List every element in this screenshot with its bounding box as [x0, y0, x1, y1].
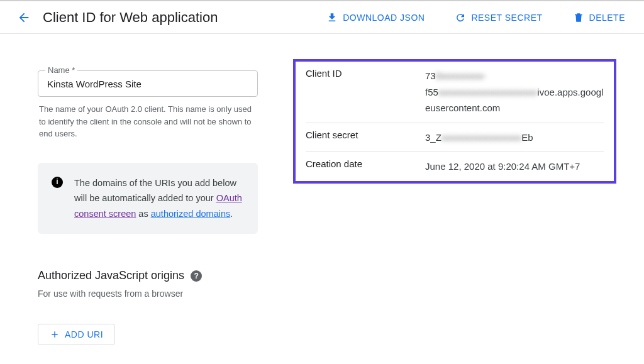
delete-label: DELETE — [589, 13, 625, 23]
client-id-obscured-1: 0xxxxxxxxx- — [436, 70, 487, 81]
download-json-label: DOWNLOAD JSON — [343, 13, 425, 23]
client-secret-label: Client secret — [306, 130, 425, 146]
name-helper-text: The name of your OAuth 2.0 client. This … — [38, 103, 258, 140]
info-text-prefix: The domains of the URIs you add below wi… — [74, 178, 236, 204]
client-id-obscured-2: xxxxxxxxxxxxxxxxxxxxx — [438, 87, 538, 97]
client-id-label: Client ID — [306, 68, 425, 116]
delete-button[interactable]: DELETE — [567, 8, 631, 27]
client-id-prefix: 73 — [425, 70, 436, 81]
client-secret-obscured: xxxxxxxxxxxxxxxxx — [441, 132, 522, 143]
info-text-suffix: . — [230, 209, 233, 219]
info-text-mid: as — [136, 209, 150, 219]
creation-date-row: Creation date June 12, 2020 at 9:20:24 A… — [306, 152, 604, 181]
back-button[interactable] — [13, 6, 35, 29]
js-origins-title: Authorized JavaScript origins — [38, 269, 184, 282]
name-field-label: Name * — [45, 65, 77, 75]
client-secret-suffix: Eb — [521, 132, 533, 143]
add-uri-button[interactable]: ADD URI — [38, 324, 115, 345]
content: Name * The name of your OAuth 2.0 client… — [0, 34, 644, 345]
client-id-value: 730xxxxxxxxx-f55xxxxxxxxxxxxxxxxxxxxxivo… — [425, 68, 604, 116]
client-secret-value: 3_ZxxxxxxxxxxxxxxxxxEb — [425, 130, 604, 146]
top-bar: Client ID for Web application DOWNLOAD J… — [0, 0, 644, 34]
credentials-panel: Client ID 730xxxxxxxxx-f55xxxxxxxxxxxxxx… — [293, 59, 616, 184]
page-title: Client ID for Web application — [43, 9, 320, 26]
reset-secret-button[interactable]: RESET SECRET — [448, 8, 548, 27]
right-column: Client ID 730xxxxxxxxx-f55xxxxxxxxxxxxxx… — [293, 59, 616, 345]
download-json-button[interactable]: DOWNLOAD JSON — [320, 8, 431, 27]
reset-secret-label: RESET SECRET — [471, 13, 542, 23]
client-id-row: Client ID 730xxxxxxxxx-f55xxxxxxxxxxxxxx… — [306, 62, 604, 123]
info-icon: i — [52, 177, 63, 188]
plus-icon — [50, 329, 60, 339]
info-box: i The domains of the URIs you add below … — [38, 163, 258, 234]
refresh-icon — [455, 12, 466, 23]
help-icon[interactable]: ? — [191, 270, 202, 282]
creation-date-value: June 12, 2020 at 9:20:24 AM GMT+7 — [425, 158, 604, 175]
download-icon — [326, 12, 338, 23]
client-secret-row: Client secret 3_ZxxxxxxxxxxxxxxxxxEb — [306, 123, 604, 153]
js-origins-section: Authorized JavaScript origins ? For use … — [38, 269, 258, 299]
add-uri-label: ADD URI — [65, 329, 103, 339]
top-actions: DOWNLOAD JSON RESET SECRET DELETE — [320, 8, 631, 27]
arrow-left-icon — [17, 11, 31, 25]
client-id-mid: f55 — [425, 87, 438, 97]
left-column: Name * The name of your OAuth 2.0 client… — [38, 59, 258, 345]
js-origins-desc: For use with requests from a browser — [38, 289, 258, 299]
name-field-wrap: Name * The name of your OAuth 2.0 client… — [38, 59, 258, 140]
trash-icon — [573, 12, 584, 23]
authorized-domains-link[interactable]: authorized domains — [151, 209, 231, 219]
creation-date-label: Creation date — [306, 158, 425, 175]
js-origins-header: Authorized JavaScript origins ? — [38, 269, 258, 282]
client-secret-prefix: 3_Z — [425, 132, 441, 143]
